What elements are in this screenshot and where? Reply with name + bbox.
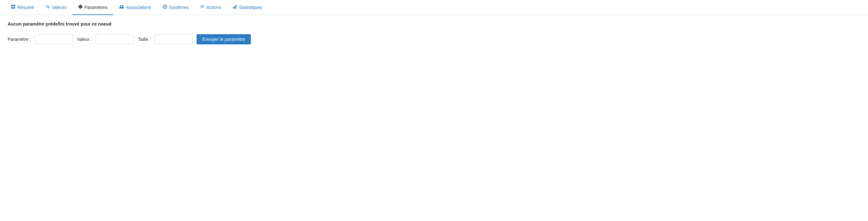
- resume-icon: [11, 4, 15, 10]
- tab-associations-label: Associations: [126, 5, 151, 10]
- svg-point-6: [122, 5, 124, 7]
- tab-associations[interactable]: Associations: [113, 0, 157, 15]
- valeur-label: Valeur :: [77, 37, 92, 42]
- svg-rect-13: [234, 6, 235, 9]
- tab-parametres-label: Paramètres: [85, 5, 107, 10]
- parametre-label: Paramètre :: [8, 37, 31, 42]
- svg-point-5: [120, 5, 121, 7]
- tab-valeurs[interactable]: Valeurs: [39, 0, 72, 15]
- svg-rect-12: [233, 7, 234, 9]
- parametre-input[interactable]: [35, 34, 73, 44]
- systemes-icon: [163, 4, 167, 10]
- tab-actions-label: Actions: [207, 5, 221, 10]
- svg-rect-14: [236, 5, 237, 9]
- svg-point-7: [163, 5, 166, 9]
- tab-statistiques-label: Statistiques: [239, 5, 262, 10]
- parametres-icon: [78, 4, 83, 10]
- statistiques-icon: [232, 4, 237, 10]
- svg-rect-2: [11, 7, 13, 9]
- tab-bar: Résumé Valeurs Paramètres Associations S…: [0, 0, 868, 15]
- tab-systemes[interactable]: Systèmes: [157, 0, 194, 15]
- content-area: Aucun paramètre prédefini trouvé pour ce…: [0, 15, 868, 51]
- param-form: Paramètre : Valeur : Taille : Envoyer le…: [8, 34, 860, 45]
- associations-icon: [119, 4, 124, 10]
- taille-label: Taille :: [138, 37, 151, 42]
- tab-actions[interactable]: Actions: [194, 0, 227, 15]
- valeur-input[interactable]: [96, 34, 134, 44]
- tab-parametres[interactable]: Paramètres: [72, 0, 113, 15]
- tab-resume-label: Résumé: [17, 5, 34, 10]
- no-params-message: Aucun paramètre prédefini trouvé pour ce…: [8, 21, 860, 27]
- svg-rect-0: [11, 5, 13, 6]
- actions-icon: [200, 4, 205, 10]
- tab-systemes-label: Systèmes: [169, 5, 189, 10]
- svg-rect-1: [13, 5, 15, 6]
- valeurs-icon: [45, 4, 50, 10]
- tab-statistiques[interactable]: Statistiques: [227, 0, 268, 15]
- svg-rect-3: [13, 7, 15, 9]
- tab-resume[interactable]: Résumé: [5, 0, 39, 15]
- tab-valeurs-label: Valeurs: [52, 5, 66, 10]
- send-param-button[interactable]: Envoyer le paramètre: [196, 34, 251, 45]
- taille-input[interactable]: [154, 34, 193, 44]
- svg-point-4: [49, 7, 50, 8]
